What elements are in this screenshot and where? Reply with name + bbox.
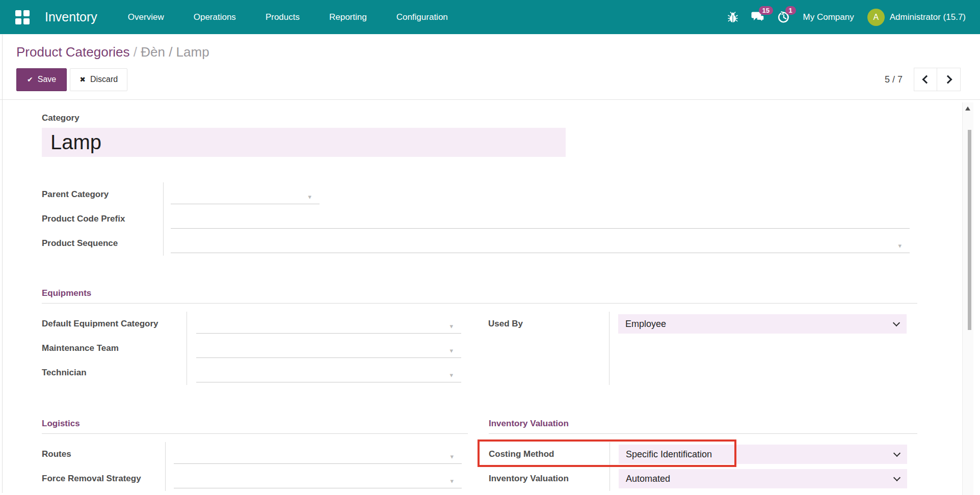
top-navbar: Inventory Overview Operations Products R… bbox=[0, 0, 980, 34]
technician-label: Technician bbox=[42, 361, 187, 385]
used-by-label: Used By bbox=[488, 312, 609, 336]
dropdown-caret-icon: ▾ bbox=[898, 242, 902, 250]
debug-bug-icon[interactable] bbox=[728, 12, 738, 23]
product-category-form: Category Lamp Parent Category Product Co… bbox=[0, 100, 980, 491]
menu-products[interactable]: Products bbox=[264, 9, 301, 25]
pager-next-button[interactable] bbox=[937, 68, 961, 91]
chevron-down-icon bbox=[893, 319, 900, 326]
dropdown-caret-icon: ▾ bbox=[450, 453, 454, 460]
pager: 5 / 7 bbox=[885, 68, 961, 91]
breadcrumb-separator: / bbox=[130, 44, 141, 60]
dropdown-caret-icon: ▾ bbox=[449, 347, 453, 354]
activities-clock-icon[interactable]: 1 bbox=[778, 11, 790, 23]
costing-method-label: Costing Method bbox=[489, 442, 610, 466]
control-panel: Product Categories / Đèn / Lamp ✔ Save ✖… bbox=[0, 34, 980, 99]
pager-previous-button[interactable] bbox=[914, 68, 937, 91]
logistics-section: Logistics Routes Force Removal Strategy … bbox=[42, 419, 468, 491]
app-name[interactable]: Inventory bbox=[45, 10, 97, 24]
equipments-section-title: Equipments bbox=[42, 288, 917, 304]
chevron-left-icon bbox=[922, 75, 931, 84]
dropdown-caret-icon: ▾ bbox=[308, 193, 311, 201]
breadcrumb-current: Đèn / Lamp bbox=[141, 44, 209, 60]
inventory-valuation-select[interactable]: Automated bbox=[619, 469, 907, 488]
force-removal-strategy-label: Force Removal Strategy bbox=[42, 466, 165, 491]
breadcrumb-product-categories[interactable]: Product Categories bbox=[16, 44, 130, 60]
default-equipment-category-label: Default Equipment Category bbox=[42, 312, 187, 336]
product-sequence-label: Product Sequence bbox=[42, 231, 163, 256]
routes-label: Routes bbox=[42, 442, 165, 466]
equipments-section: Equipments Default Equipment Category Ma… bbox=[42, 288, 917, 385]
breadcrumb: Product Categories / Đèn / Lamp bbox=[16, 44, 965, 60]
discard-button[interactable]: ✖ Discard bbox=[70, 68, 127, 91]
pager-value[interactable]: 5 / 7 bbox=[885, 74, 903, 85]
messages-icon[interactable]: 15 bbox=[751, 11, 764, 23]
category-label: Category bbox=[42, 113, 980, 123]
dropdown-caret-icon: ▾ bbox=[449, 371, 453, 379]
dropdown-caret-icon: ▾ bbox=[449, 322, 453, 330]
inventory-valuation-label: Inventory Valuation bbox=[489, 466, 610, 491]
menu-configuration[interactable]: Configuration bbox=[395, 9, 449, 25]
chevron-down-icon bbox=[893, 450, 900, 457]
menu-operations[interactable]: Operations bbox=[193, 9, 237, 25]
user-name: Administrator (15.7) bbox=[890, 12, 966, 22]
logistics-section-title: Logistics bbox=[42, 419, 468, 434]
maintenance-team-input[interactable]: ▾ bbox=[196, 341, 461, 358]
technician-input[interactable]: ▾ bbox=[196, 365, 461, 382]
product-sequence-input[interactable]: ▾ bbox=[171, 236, 910, 253]
product-code-prefix-input[interactable] bbox=[171, 211, 910, 229]
dropdown-caret-icon: ▾ bbox=[450, 477, 454, 485]
chevron-down-icon bbox=[893, 474, 900, 481]
chevron-right-icon bbox=[943, 75, 952, 84]
scrollbar-thumb[interactable] bbox=[968, 130, 971, 330]
scroll-up-button[interactable] bbox=[965, 106, 970, 111]
apps-grid-icon[interactable] bbox=[15, 10, 30, 24]
close-x-icon: ✖ bbox=[80, 75, 86, 84]
parent-category-input[interactable]: ▾ bbox=[171, 187, 320, 204]
maintenance-team-label: Maintenance Team bbox=[42, 336, 187, 361]
top-field-group: Parent Category Product Code Prefix Prod… bbox=[42, 182, 980, 256]
costing-method-select[interactable]: Specific Identification bbox=[619, 445, 907, 464]
menu-reporting[interactable]: Reporting bbox=[328, 9, 368, 25]
inventory-valuation-section-title: Inventory Valuation bbox=[489, 419, 917, 434]
messages-badge: 15 bbox=[759, 6, 773, 15]
used-by-select[interactable]: Employee bbox=[618, 314, 907, 334]
equipments-left-group: Default Equipment Category Maintenance T… bbox=[42, 312, 461, 385]
inventory-valuation-section: Inventory Valuation Costing Method Inven… bbox=[489, 419, 917, 491]
category-name-input[interactable]: Lamp bbox=[42, 128, 566, 157]
force-removal-strategy-input[interactable]: ▾ bbox=[174, 471, 462, 488]
user-menu[interactable]: A Administrator (15.7) bbox=[867, 9, 966, 26]
vertical-scrollbar bbox=[962, 102, 973, 495]
save-button[interactable]: ✔ Save bbox=[16, 68, 67, 91]
routes-input[interactable]: ▾ bbox=[174, 447, 462, 464]
parent-category-label: Parent Category bbox=[42, 182, 163, 207]
main-menu: Overview Operations Products Reporting C… bbox=[127, 9, 449, 25]
check-icon: ✔ bbox=[27, 75, 33, 84]
menu-overview[interactable]: Overview bbox=[127, 9, 165, 25]
activities-badge: 1 bbox=[785, 6, 796, 15]
product-code-prefix-label: Product Code Prefix bbox=[42, 207, 163, 231]
company-switcher[interactable]: My Company bbox=[803, 12, 854, 22]
user-avatar: A bbox=[867, 9, 885, 26]
default-equipment-category-input[interactable]: ▾ bbox=[196, 316, 461, 334]
equipments-right-group: Used By Employee bbox=[488, 312, 907, 385]
